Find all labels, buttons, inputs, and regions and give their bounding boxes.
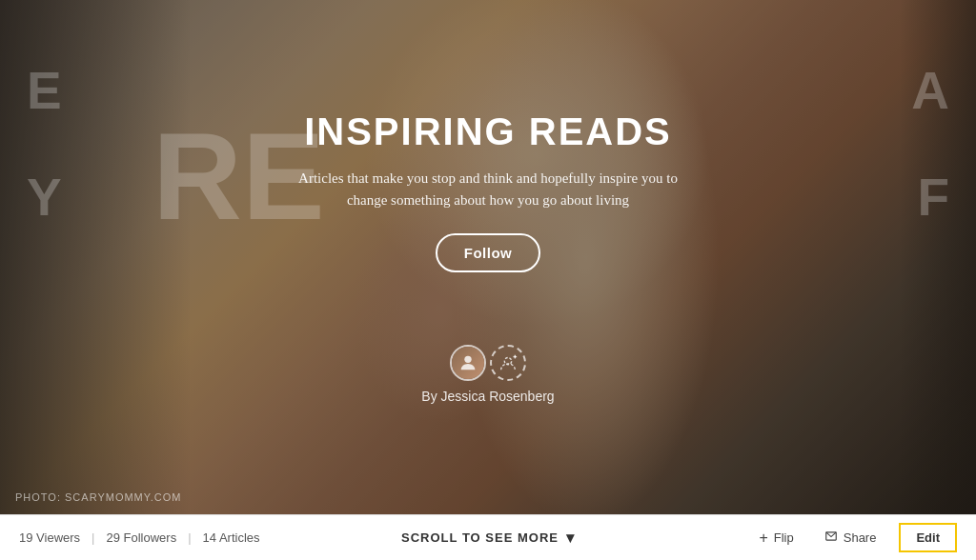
left-letters: E Y xyxy=(27,57,62,231)
bottom-stats: 19 Viewers | 29 Followers | 14 Articles xyxy=(19,530,260,545)
avatar-image xyxy=(452,347,484,379)
author-section: By Jessica Rosenberg xyxy=(421,345,554,404)
followers-stat: 29 Followers xyxy=(106,530,176,545)
photo-credit: PHOTO: SCARYMOMMY.COM xyxy=(15,491,181,503)
bottom-actions: + Flip Share Edit xyxy=(751,523,957,552)
add-follower-avatar[interactable] xyxy=(490,345,526,381)
author-avatars xyxy=(450,345,526,381)
scroll-label: SCROLL TO SEE MORE xyxy=(401,530,559,545)
follow-button[interactable]: Follow xyxy=(436,233,541,272)
svg-point-0 xyxy=(464,356,471,363)
hero-title: INSPIRING READS xyxy=(304,110,672,152)
flip-plus-icon: + xyxy=(759,530,767,547)
stat-divider-1: | xyxy=(92,530,94,545)
stat-divider-2: | xyxy=(188,530,191,545)
author-avatar xyxy=(450,345,486,381)
flip-button[interactable]: + Flip xyxy=(751,526,801,550)
flip-label: Flip xyxy=(774,530,794,545)
chevron-down-icon: ▾ xyxy=(566,529,575,547)
share-label: Share xyxy=(844,530,877,545)
right-letters: A F xyxy=(911,57,949,231)
hero-subtitle: Articles that make you stop and think an… xyxy=(288,168,688,210)
bottom-bar: 19 Viewers | 29 Followers | 14 Articles … xyxy=(0,514,976,560)
hero-content: INSPIRING READS Articles that make you s… xyxy=(269,110,707,404)
articles-stat: 14 Articles xyxy=(203,530,260,545)
share-icon xyxy=(824,530,838,546)
author-name: By Jessica Rosenberg xyxy=(421,389,554,404)
edit-button[interactable]: Edit xyxy=(899,523,957,552)
scroll-to-see-more[interactable]: SCROLL TO SEE MORE ▾ xyxy=(401,529,575,547)
hero-section: E Y RE A F INSPIRING READS Articles that… xyxy=(0,0,976,514)
share-button[interactable]: Share xyxy=(817,526,884,550)
viewers-stat: 19 Viewers xyxy=(19,530,80,545)
